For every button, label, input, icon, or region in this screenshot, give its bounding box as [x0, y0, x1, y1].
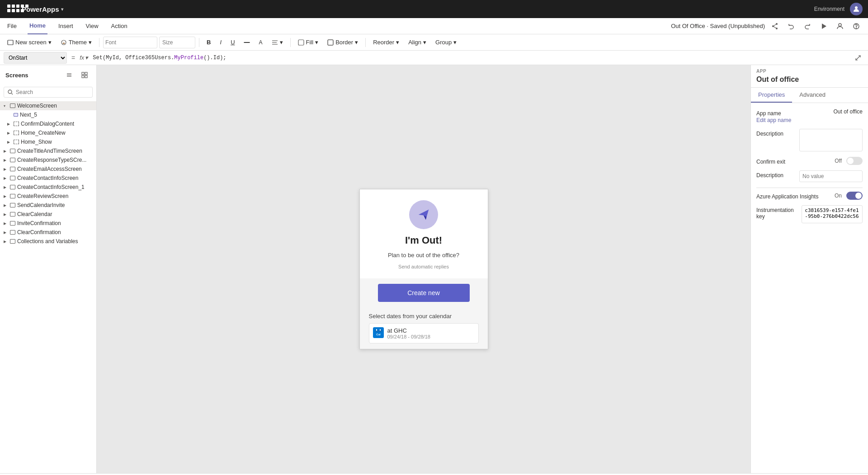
formula-expand-icon[interactable]	[852, 52, 864, 64]
tree-item-clearconfirm[interactable]: ▶ ClearConfirmation	[0, 228, 96, 237]
tab-advanced[interactable]: Advanced	[792, 88, 833, 103]
app-preview: I'm Out! Plan to be out of the office? S…	[359, 189, 488, 349]
tree-item-inviteconfirm[interactable]: ▶ InviteConfirmation	[0, 219, 96, 228]
divider	[756, 188, 863, 188]
bold-button[interactable]: B	[203, 36, 214, 49]
group-button[interactable]: Group ▾	[432, 36, 460, 49]
tree-item-createtitle[interactable]: ▶ CreateTitleAndTimeScreen	[0, 146, 96, 155]
fill-button[interactable]: Fill ▾	[294, 36, 322, 49]
border-button[interactable]: Border ▾	[324, 36, 362, 49]
tree-item-createresponsetype[interactable]: ▶ CreateResponseTypeSCre...	[0, 155, 96, 165]
tree-item-createcontact[interactable]: ▶ CreateContactInfoScreen	[0, 174, 96, 183]
tree-item-label: ClearConfirmation	[17, 229, 61, 235]
toggle-label-azure: On	[835, 193, 842, 199]
description-input[interactable]	[799, 129, 863, 151]
instrumentation-input[interactable]: c3816539-e157-4fe1-95b0-276b0422dc56	[802, 205, 863, 223]
tree-item-next5[interactable]: Next_5	[0, 110, 96, 119]
description2-input[interactable]	[799, 170, 863, 182]
menu-insert[interactable]: Insert	[57, 18, 75, 34]
preview-icon-circle	[409, 200, 438, 229]
group-icon	[14, 140, 19, 144]
strikethrough-button[interactable]: —	[241, 36, 254, 49]
redo-icon[interactable]	[801, 20, 814, 33]
tree-item-homeCreatenew[interactable]: ▶ Home_CreateNew	[0, 128, 96, 137]
svg-marker-6	[822, 24, 826, 29]
tree-item-confirmdialog[interactable]: ▶ ConfirmDialogContent	[0, 119, 96, 128]
azure-toggle[interactable]	[846, 192, 863, 200]
screen-icon	[10, 149, 15, 153]
calendar-item: Cal at GHC 09/24/18 - 09/28/18	[369, 323, 479, 343]
create-new-button[interactable]: Create new	[378, 284, 470, 302]
tree-item-sendcalendar[interactable]: ▶ SendCalendarInvite	[0, 201, 96, 210]
search-icon	[8, 89, 13, 95]
tree-item-welcomescreen[interactable]: ▾ WelcomeScreen	[0, 101, 96, 110]
screen-icon	[10, 239, 15, 244]
help-icon[interactable]	[850, 20, 863, 33]
underline-button[interactable]: U	[227, 36, 238, 49]
font-family-select[interactable]	[103, 37, 157, 48]
tree-item-label: CreateResponseTypeSCre...	[17, 157, 86, 163]
toggle-label-confirmexit: Off	[835, 158, 842, 164]
tree-item-collections[interactable]: ▶ Collections and Variables	[0, 237, 96, 246]
tree-item-createemail[interactable]: ▶ CreateEmailAccessScreen	[0, 165, 96, 174]
app-status: Out Of Office · Saved (Unpublished)	[671, 23, 765, 29]
theme-button[interactable]: Theme ▾	[57, 36, 95, 49]
menu-view[interactable]: View	[84, 18, 100, 34]
menu-bar: File Home Insert View Action Out Of Offi…	[0, 18, 868, 34]
italic-button[interactable]: I	[217, 36, 226, 49]
tree-item-clearcalendar[interactable]: ▶ ClearCalendar	[0, 210, 96, 219]
top-bar-right: Environment	[814, 3, 863, 15]
search-input[interactable]	[16, 89, 89, 95]
right-panel-title: Out of office	[751, 75, 868, 88]
font-color-button[interactable]: A	[255, 36, 266, 49]
svg-rect-25	[85, 75, 87, 78]
menu-action[interactable]: Action	[109, 18, 129, 34]
edit-app-name-link[interactable]: Edit app name	[756, 117, 791, 123]
grid-view-icon[interactable]	[78, 69, 91, 81]
confirm-exit-toggle[interactable]	[846, 157, 863, 165]
toolbar-divider-2	[199, 38, 199, 47]
list-view-icon[interactable]	[63, 69, 75, 81]
screen-icon	[10, 221, 15, 226]
waffle-icon[interactable]	[5, 3, 18, 15]
tab-properties[interactable]: Properties	[751, 88, 792, 103]
formula-text[interactable]: Set(MyId, Office365Users.MyProfile().Id)…	[91, 55, 849, 61]
menu-home[interactable]: Home	[28, 18, 47, 34]
svg-line-27	[12, 94, 13, 95]
undo-icon[interactable]	[785, 20, 797, 33]
svg-rect-32	[375, 330, 382, 332]
top-bar: PowerApps ▾ Environment	[0, 0, 868, 18]
screen-icon	[10, 230, 15, 235]
screen-icon	[10, 176, 15, 180]
new-screen-button[interactable]: New screen ▾	[4, 36, 55, 49]
tree-item-createreview[interactable]: ▶ CreateReviewScreen	[0, 192, 96, 201]
right-panel: APP Out of office Properties Advanced Ap…	[750, 65, 868, 473]
font-size-input[interactable]	[159, 37, 195, 48]
tree-item-homeshow[interactable]: ▶ Home_Show	[0, 137, 96, 146]
account-icon[interactable]	[834, 20, 846, 33]
avatar[interactable]	[850, 3, 863, 15]
tree-container: ▾ WelcomeScreen Next_5 ▶ ConfirmDialogCo…	[0, 99, 96, 473]
toggle-container-azure: On	[835, 192, 863, 200]
tree-item-createcontact1[interactable]: ▶ CreateContactInfoScreen_1	[0, 183, 96, 192]
svg-rect-15	[298, 40, 304, 45]
tree-item-label: Home_CreateNew	[21, 130, 66, 136]
app-title[interactable]: PowerApps ▾	[22, 5, 63, 13]
svg-line-18	[856, 58, 858, 60]
share-icon[interactable]	[769, 20, 781, 33]
prop-row-description2: Description	[756, 170, 863, 182]
tree-item-label: CreateEmailAccessScreen	[17, 166, 82, 172]
toolbar-divider-1	[99, 38, 99, 47]
menu-file[interactable]: File	[5, 18, 19, 34]
tree-item-label: CreateContactInfoScreen	[17, 175, 78, 181]
play-icon[interactable]	[817, 20, 830, 33]
preview-hint: Send automatic replies	[398, 264, 449, 269]
align-button[interactable]: ▾	[268, 36, 287, 49]
reorder-button[interactable]: Reorder ▾	[369, 36, 403, 49]
align-layout-button[interactable]: Align ▾	[405, 36, 430, 49]
formula-fx-button[interactable]: fx ▾	[80, 54, 88, 61]
property-select[interactable]: OnStart	[4, 52, 67, 64]
calendar-item-title: at GHC	[387, 327, 430, 334]
prop-label-azure: Azure Application Insights	[756, 192, 818, 200]
search-box[interactable]	[4, 87, 93, 98]
